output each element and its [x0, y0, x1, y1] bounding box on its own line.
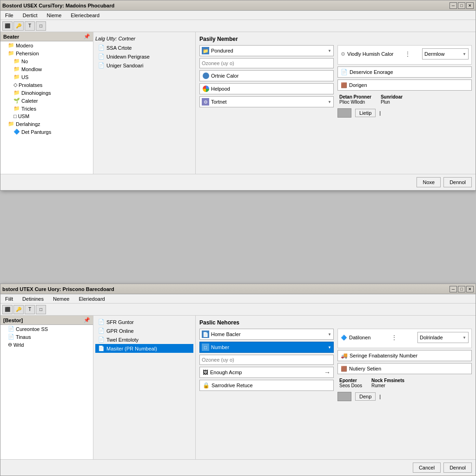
footer-dennol-btn-2[interactable]: Dennol	[443, 463, 472, 473]
btn-enough-acmp[interactable]: 🖼 Enough Acmp →	[199, 367, 334, 378]
doc-icon: 📄	[98, 337, 105, 343]
item-icon: 🌱	[13, 98, 20, 104]
maximize-btn-1[interactable]: □	[458, 2, 465, 9]
list-item-uniger[interactable]: 📄 Uniger Sandoari	[95, 61, 193, 70]
section-title-1: Pasily Nember	[199, 36, 472, 42]
lookup-btn-2[interactable]: Denp	[355, 392, 376, 401]
tree-item-tricles[interactable]: 📁 Tricles	[0, 105, 93, 112]
btn-dorigen[interactable]: 🟫 Dorigen	[337, 79, 472, 91]
tree-item-prxolatses[interactable]: ◇ Prxolatses	[0, 81, 93, 89]
list-item-twel[interactable]: 📄 Twel Erntoloty	[95, 335, 193, 344]
list-item-sfr[interactable]: 📄 SFR Guntor	[95, 317, 193, 326]
tree-item-pehersion[interactable]: 📁 Pehersion	[0, 49, 93, 57]
menu-fiilt[interactable]: Fiilt	[2, 295, 16, 303]
datilonen-icon: 🔷	[341, 335, 347, 341]
toolbar-btn-2[interactable]: 🔑	[13, 21, 24, 31]
dropdown-dermlow[interactable]: Dermlow ▼	[422, 48, 469, 60]
ozonee-input-1[interactable]	[199, 58, 334, 68]
panel-row-main-2: 📄 Home Bacler ▼ □ Number ▼ 🖼 Enough Acmp…	[199, 329, 472, 401]
dropdown-homebacler[interactable]: 📄 Home Bacler ▼	[199, 329, 334, 340]
tree-item-cureontoe[interactable]: 📄 Cureontoe SS	[0, 325, 93, 333]
minimize-btn-2[interactable]: ─	[450, 286, 457, 292]
swatch-separator-2: |	[379, 394, 381, 399]
btn-helpood[interactable]: Helpood	[199, 83, 334, 94]
right-section-header-1: ⚙ Viodly Humish Calor ⋮ Dermlow ▼	[341, 48, 469, 60]
folder-icon: 📁	[8, 121, 14, 127]
item-icon: ◇	[13, 82, 17, 88]
list-item-gpr[interactable]: 📄 GPR Online	[95, 326, 193, 335]
tree-item-no[interactable]: 📁 No	[0, 57, 93, 65]
sidebar-2: [Bestor] 📌 📄 Cureontoe SS 📄 Tinaus ⊖ Wrl…	[0, 316, 93, 459]
tree-item-dinohiogings[interactable]: 📁 Dinohiogings	[0, 89, 93, 97]
btn-seringe[interactable]: 🚚 Seringe Fnabatensity Number	[337, 350, 472, 361]
dropdown-folder-icon: 📁	[202, 47, 209, 54]
ortnie-icon	[203, 73, 209, 79]
menu-file-1[interactable]: File	[2, 12, 16, 19]
folder-icon: 📁	[8, 42, 14, 48]
tree-item-det-panturgs[interactable]: 🔷 Det Panturgs	[0, 128, 93, 136]
helpood-icon	[203, 86, 209, 92]
menu-nemee[interactable]: Nemee	[50, 295, 72, 303]
toolbar-btn-5[interactable]: ⬛	[2, 305, 13, 314]
sub-dropdown-number[interactable]: □ Number ▼	[199, 342, 334, 353]
menu-detinines[interactable]: Detinines	[20, 295, 46, 303]
more-options-btn-1[interactable]: ⋮	[404, 50, 411, 58]
close-btn-1[interactable]: ✕	[466, 2, 474, 9]
btn-deservice[interactable]: 📄 Deservice Enorage	[337, 66, 472, 78]
toolbar-btn-6[interactable]: 🔑	[13, 305, 24, 314]
deservice-icon: 📄	[341, 69, 348, 75]
tree-item-us[interactable]: 📁 US	[0, 73, 93, 81]
tree-item-usm[interactable]: □ USM	[0, 112, 93, 120]
tree-item-derlahingz[interactable]: 📁 Derlahingz	[0, 120, 93, 128]
tree-item-mondlow[interactable]: 📁 Mondlow	[0, 65, 93, 73]
dropdown-pondured[interactable]: 📁 Pondured ▼	[199, 45, 334, 56]
tree-item-tinaus[interactable]: 📄 Tinaus	[0, 333, 93, 341]
maximize-btn-2[interactable]: □	[458, 286, 465, 292]
sidebar-header-2: [Bestor] 📌	[0, 316, 93, 325]
item-icon: 📄	[8, 334, 14, 340]
list-item-masiter[interactable]: 📄 Masiter (PR Numbeal)	[95, 344, 193, 353]
menu-dertict-1[interactable]: Dertict	[20, 12, 40, 19]
toolbar-btn-3[interactable]: T	[25, 21, 35, 31]
toolbar-btn-7[interactable]: T	[25, 305, 35, 314]
dropdown-tortnet[interactable]: ⚙ Tortnet ▼	[199, 96, 334, 107]
sidebar-header-1: Beater 📌	[0, 32, 93, 41]
footer-dennol-btn[interactable]: Dennol	[443, 177, 472, 187]
tree-item-wrld[interactable]: ⊖ Wrld	[0, 341, 93, 349]
panel-right-2: 🔷 Datilonen ⋮ Dolrinlade ▼ 🚚 Se	[337, 329, 472, 401]
item-icon: □	[13, 113, 17, 119]
toolbar-btn-4[interactable]: □	[36, 21, 46, 31]
folder-icon: 📁	[13, 106, 20, 112]
list-item-ssa[interactable]: 📄 SSA Crtote	[95, 43, 193, 52]
close-btn-2[interactable]: ✕	[466, 286, 474, 292]
btn-nutiery[interactable]: 🟫 Nutiery Setien	[337, 363, 472, 374]
title-bar-2: bstord UTEX Cure Uory: Priscono Barecdoa…	[0, 284, 476, 294]
tree-item-caleter[interactable]: 🌱 Caleter	[0, 97, 93, 105]
window-controls-2: ─ □ ✕	[450, 286, 474, 292]
homebacler-icon: 📄	[202, 331, 209, 338]
footer-cancel-btn[interactable]: Cancel	[413, 463, 441, 473]
dialog-footer-1: Noxe Dennol	[0, 174, 476, 190]
doc-icon: 📄	[98, 328, 105, 334]
btn-sarrodrive[interactable]: 🔒 Sarrodrive Retuce	[199, 380, 334, 391]
minimize-btn-1[interactable]: ─	[450, 2, 457, 9]
more-options-btn-2[interactable]: ⋮	[391, 334, 397, 341]
swatch-row-2: Denp |	[337, 392, 472, 401]
footer-noxe-btn[interactable]: Noxe	[416, 177, 441, 187]
lookup-btn-1[interactable]: Lietip	[355, 109, 376, 117]
dropdown-dolrinlade[interactable]: Dolrinlade ▼	[417, 332, 469, 343]
menu-eleriecbeard-1[interactable]: Eleriecbeard	[68, 12, 102, 19]
folder-icon: 📁	[13, 90, 20, 96]
ozonee-input-2[interactable]	[199, 355, 334, 365]
folder-icon: 📁	[13, 74, 20, 80]
btn-ortnie-calor[interactable]: Ortnie Calor	[199, 70, 334, 81]
menu-nieme-1[interactable]: Nieme	[44, 12, 65, 19]
toolbar-btn-1[interactable]: ⬛	[2, 21, 13, 31]
menu-eleriedoard[interactable]: Eleriedoard	[76, 295, 107, 303]
list-item-unidewn[interactable]: 📄 Unidewn Perigrase	[95, 52, 193, 61]
toolbar-btn-8[interactable]: □	[36, 305, 46, 314]
right-section-1: ⚙ Viodly Humish Calor ⋮ Dermlow ▼	[337, 45, 472, 65]
tree-item-modero[interactable]: 📁 Modero	[0, 41, 93, 49]
dorigen-icon: 🟫	[341, 82, 347, 88]
doc-icon: 📄	[98, 53, 105, 60]
